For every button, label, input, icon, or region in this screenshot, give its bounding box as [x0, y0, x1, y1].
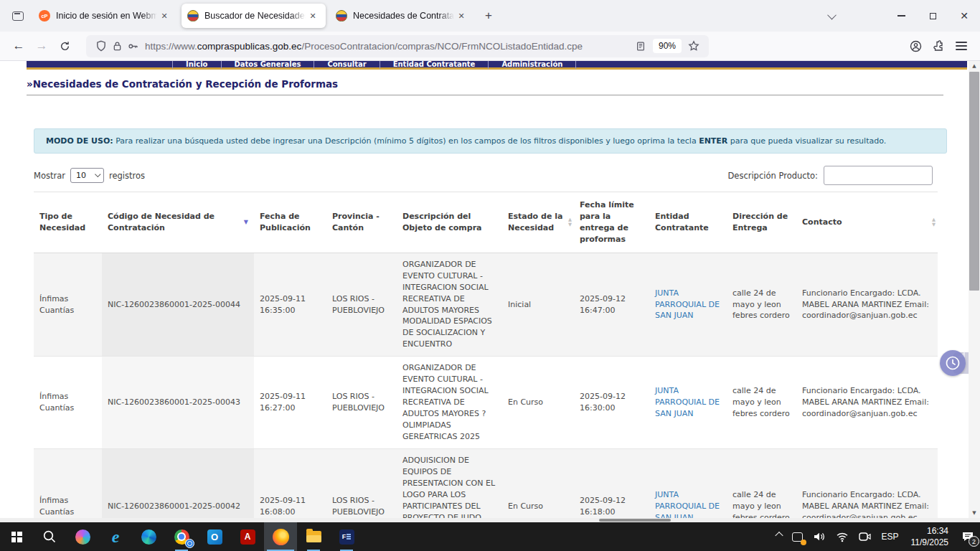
- address-bar[interactable]: https://www.compraspublicas.gob.ec/Proce…: [86, 35, 709, 57]
- col-header-entidad[interactable]: Entidad Contratante: [649, 192, 727, 253]
- tray-show-hidden-icons-button[interactable]: [771, 522, 787, 551]
- new-tab-button[interactable]: +: [479, 6, 499, 26]
- col-header-estado[interactable]: Estado de la Necesidad▲▼: [502, 192, 574, 253]
- nav-item-administracion[interactable]: Administración: [489, 61, 576, 69]
- taskbar-firefox-button[interactable]: [264, 522, 297, 551]
- cell-tipo: Ínfimas Cuantías: [34, 448, 102, 518]
- cell-contacto: Funcionario Encargado: LCDA. MABEL ARANA…: [796, 253, 938, 357]
- tray-sync-button[interactable]: [787, 522, 808, 551]
- reader-view-icon[interactable]: [633, 38, 649, 54]
- product-description-input[interactable]: [824, 166, 933, 185]
- taskbar-search-button[interactable]: [33, 522, 66, 551]
- back-button[interactable]: ←: [7, 34, 30, 57]
- col-header-descripcion[interactable]: Descripción del Objeto de compra: [397, 192, 502, 253]
- tab-webmail[interactable]: cP Inicio de sesión en Webmail ✕: [33, 4, 177, 28]
- necesidades-table: Tipo de Necesidad Código de Necesidad de…: [34, 192, 938, 518]
- browser-toolbar: ← → https://www.compraspublicas.gob.ec/P…: [0, 32, 980, 61]
- close-icon: ✕: [960, 10, 969, 22]
- tab-close-icon[interactable]: ✕: [306, 9, 320, 23]
- tab-buscador-necesidades[interactable]: Buscador de Necesidades de Co ✕: [182, 4, 326, 28]
- col-header-provincia[interactable]: Provincia - Cantón: [326, 192, 397, 253]
- account-button[interactable]: [904, 34, 927, 57]
- scrollbar-thumb[interactable]: [599, 519, 671, 522]
- browser-tab-bar: cP Inicio de sesión en Webmail ✕ Buscado…: [0, 0, 980, 32]
- cell-provincia: LOS RIOS - PUEBLOVIEJO: [326, 357, 397, 449]
- tray-meet-now-button[interactable]: [854, 522, 876, 551]
- entidad-contratante-link[interactable]: JUNTA PARROQUIAL DE SAN JUAN: [655, 490, 720, 518]
- start-button[interactable]: [0, 522, 33, 551]
- col-header-codigo[interactable]: Código de Necesidad de Contratación▼: [102, 192, 254, 253]
- close-window-button[interactable]: ✕: [948, 4, 980, 28]
- menu-button[interactable]: [950, 34, 973, 57]
- taskbar-internet-explorer-button[interactable]: e: [99, 522, 132, 551]
- scroll-up-arrow[interactable]: ▲: [969, 61, 980, 71]
- nav-item-consultar[interactable]: Consultar: [314, 61, 380, 69]
- taskbar-file-explorer-button[interactable]: [297, 522, 330, 551]
- tab-close-icon[interactable]: ✕: [157, 9, 171, 23]
- scrollbar-thumb[interactable]: [969, 72, 979, 291]
- wifi-icon: [836, 532, 849, 542]
- taskbar-copilot-button[interactable]: [66, 522, 99, 551]
- minimize-window-button[interactable]: [885, 4, 917, 28]
- internet-explorer-icon: e: [112, 528, 120, 545]
- entidad-contratante-link[interactable]: JUNTA PARROQUIAL DE SAN JUAN: [655, 288, 720, 321]
- action-center-button[interactable]: 2: [956, 522, 980, 551]
- table-header-row: Tipo de Necesidad Código de Necesidad de…: [34, 192, 938, 253]
- tray-clock-button[interactable]: 16:34 11/9/2025: [904, 525, 956, 548]
- copilot-icon: [75, 529, 90, 545]
- tab-necesidades-contratacion[interactable]: Necesidades de Contratación y ✕: [330, 4, 474, 28]
- reload-button[interactable]: [53, 34, 76, 57]
- notification-count-badge: 2: [969, 536, 979, 547]
- url-text: https://www.compraspublicas.gob.ec/Proce…: [145, 41, 583, 52]
- nav-item-inicio[interactable]: Inicio: [172, 61, 222, 69]
- scroll-down-arrow[interactable]: ▼: [969, 508, 980, 518]
- tray-language-button[interactable]: ESP: [876, 522, 903, 551]
- page-title: »Necesidades de Contratación y Recepción…: [27, 78, 943, 90]
- zoom-level-indicator[interactable]: 90%: [653, 39, 682, 53]
- extensions-button[interactable]: [927, 34, 950, 57]
- cell-descripcion: ORGANIZADOR DE EVENTO CULTURAL - INTEGRA…: [397, 253, 502, 357]
- taskbar-outlook-button[interactable]: O: [198, 522, 231, 551]
- taskbar-acrobat-button[interactable]: A: [231, 522, 264, 551]
- cell-codigo: NIC-1260023860001-2025-00043: [102, 357, 254, 449]
- col-header-fecha-limite[interactable]: Fecha límite para la entrega de proforma…: [574, 192, 649, 253]
- cell-tipo: Ínfimas Cuantías: [34, 253, 102, 357]
- tray-network-button[interactable]: [831, 522, 854, 551]
- usage-note-banner: MODO DE USO: Para realizar una búsqueda …: [34, 128, 947, 154]
- col-header-contacto[interactable]: Contacto▲▼: [796, 192, 938, 253]
- cell-direccion: calle 24 de mayo y leon febres cordero: [727, 357, 796, 449]
- cell-descripcion: ADQUISICION DE EQUIPOS DE PRESENTACION C…: [397, 448, 502, 518]
- minimize-icon: [897, 15, 905, 16]
- col-header-fecha-publicacion[interactable]: Fecha de Publicación: [254, 192, 326, 253]
- tab-close-icon[interactable]: ✕: [454, 9, 468, 23]
- restore-window-button[interactable]: [917, 4, 948, 28]
- cell-fecha-publicacion: 2025-09-11 16:27:00: [254, 357, 326, 449]
- alert-dot-icon: [801, 540, 806, 545]
- chevron-down-icon: [827, 10, 837, 19]
- cell-descripcion: ORGANIZADOR DE EVENTO CULTURAL - INTEGRA…: [397, 357, 502, 449]
- restore-icon: [930, 13, 936, 19]
- ecuador-coat-favicon-icon: [187, 10, 199, 22]
- hamburger-icon: [956, 42, 967, 50]
- tray-volume-button[interactable]: [808, 522, 831, 551]
- forward-button[interactable]: →: [30, 34, 53, 57]
- nav-item-datos-generales[interactable]: Datos Generales: [222, 61, 315, 69]
- nav-item-entidad-contratante[interactable]: Entidad Contratante: [380, 61, 489, 69]
- taskbar-edge-button[interactable]: [132, 522, 165, 551]
- entidad-contratante-link[interactable]: JUNTA PARROQUIAL DE SAN JUAN: [655, 386, 720, 418]
- tracking-protection-shield-icon[interactable]: [93, 38, 109, 54]
- page-size-select[interactable]: 10: [70, 168, 104, 183]
- taskbar-chrome-button[interactable]: [165, 522, 198, 551]
- col-header-tipo[interactable]: Tipo de Necesidad: [34, 192, 102, 253]
- vertical-scrollbar[interactable]: ▲ ▼: [969, 61, 980, 518]
- col-header-direccion[interactable]: Dirección de Entrega: [727, 192, 796, 253]
- list-all-tabs-button[interactable]: [821, 5, 842, 27]
- records-label: registros: [109, 171, 145, 181]
- outlook-icon: O: [207, 529, 222, 545]
- bookmark-star-icon[interactable]: [686, 38, 702, 54]
- puzzle-piece-icon: [933, 40, 944, 52]
- firefox-view-button[interactable]: [7, 5, 29, 27]
- taskbar-fs-app-button[interactable]: F: [330, 522, 363, 551]
- floating-clock-widget[interactable]: [940, 350, 969, 376]
- saved-password-key-icon[interactable]: [125, 38, 141, 54]
